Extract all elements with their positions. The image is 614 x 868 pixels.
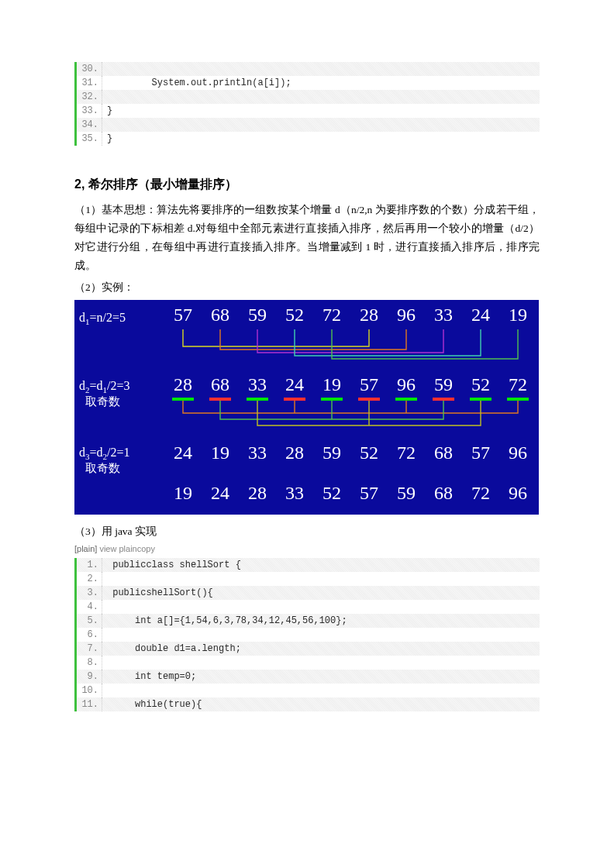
- diagram-number: 57: [350, 374, 388, 395]
- diagram-number: 68: [425, 483, 462, 504]
- line-number: 9.: [77, 670, 102, 684]
- diagram-number: 28: [350, 305, 388, 326]
- line-number: 3.: [77, 586, 102, 600]
- diagram-number: 96: [388, 374, 425, 395]
- diagram-row-4: 19242833525759687296: [164, 483, 536, 504]
- plain-view-label: [plain] view plaincopy: [74, 544, 540, 553]
- diagram-row-3: 24193328595272685796: [164, 443, 536, 463]
- diagram-number: 24: [164, 443, 202, 463]
- tick-red: [209, 398, 231, 401]
- code-source: [102, 62, 107, 76]
- diagram-number: 19: [499, 305, 536, 326]
- code-line: 5. int a[]={1,54,6,3,78,34,12,45,56,100}…: [77, 614, 540, 628]
- diagram-number: 72: [462, 483, 499, 504]
- code-source: publicshellSort(){: [102, 586, 213, 600]
- code-line: 10.: [77, 684, 540, 698]
- code-source: publicclass shellSort {: [102, 558, 241, 572]
- d3-label: d3=d2/2=1: [79, 446, 130, 461]
- diagram-number: 33: [425, 305, 462, 326]
- code-source: [102, 90, 107, 104]
- section-title: 2, 希尔排序（最小增量排序）: [74, 177, 540, 193]
- diagram-number: 24: [462, 305, 499, 326]
- code-source: }: [102, 132, 112, 146]
- diagram-number: 52: [276, 305, 313, 326]
- paragraph-basic-idea: （1）基本思想：算法先将要排序的一组数按某个增量 d（n/2,n 为要排序数的个…: [74, 201, 540, 275]
- diagram-number: 52: [313, 483, 350, 504]
- code-source: }: [102, 104, 112, 118]
- code-line: 30.: [77, 62, 540, 76]
- tick-green: [321, 398, 343, 401]
- line-number: 5.: [77, 614, 102, 628]
- diagram-number: 33: [239, 374, 276, 395]
- line-number: 34.: [77, 118, 102, 132]
- code-line: 9. int temp=0;: [77, 670, 540, 684]
- line-number: 6.: [77, 628, 102, 642]
- diagram-number: 33: [276, 483, 313, 504]
- tick-green: [247, 398, 268, 401]
- diagram-number: 59: [313, 443, 350, 463]
- diagram-number: 24: [276, 374, 313, 395]
- diagram-number: 28: [164, 374, 202, 395]
- code-source: [102, 628, 107, 642]
- code-line: 32.: [77, 90, 540, 104]
- code-line: 2.: [77, 572, 540, 586]
- code-line: 31. System.out.println(a[i]);: [77, 76, 540, 90]
- tick-green: [395, 398, 417, 401]
- line-number: 30.: [77, 62, 102, 76]
- diagram-number: 59: [425, 374, 462, 395]
- code-line: 33.}: [77, 104, 540, 118]
- diagram-number: 68: [202, 374, 239, 395]
- diagram-number: 57: [462, 443, 499, 463]
- diagram-number: 72: [313, 305, 350, 326]
- diagram-number: 28: [239, 483, 276, 504]
- line-number: 4.: [77, 600, 102, 614]
- code-line: 7. double d1=a.length;: [77, 642, 540, 656]
- code-line: 6.: [77, 628, 540, 642]
- code-line: 35.}: [77, 132, 540, 146]
- code-source: [102, 684, 107, 698]
- tick-green: [470, 398, 492, 401]
- d1-label: d1=n/2=5: [79, 311, 126, 326]
- code-line: 3. publicshellSort(){: [77, 586, 540, 600]
- page: 30.31. System.out.println(a[i]);32.33.}3…: [0, 0, 614, 766]
- line-number: 33.: [77, 104, 102, 118]
- tick-red: [358, 398, 380, 401]
- row2-links: [164, 401, 536, 432]
- diagram-number: 72: [499, 374, 536, 395]
- line-number: 11.: [77, 698, 102, 711]
- diagram-number: 57: [164, 305, 202, 326]
- paragraph-java-impl: （3）用 java 实现: [74, 522, 540, 541]
- row2-ticks: [164, 398, 536, 401]
- tick-green: [507, 398, 529, 401]
- row1-links: [164, 329, 536, 360]
- diagram-number: 96: [499, 443, 536, 463]
- diagram-number: 52: [462, 374, 499, 395]
- line-number: 10.: [77, 684, 102, 698]
- code-source: [102, 118, 107, 132]
- code-source: int a[]={1,54,6,3,78,34,12,45,56,100};: [102, 614, 347, 628]
- d2-sublabel: 取奇数: [85, 394, 120, 409]
- line-number: 1.: [77, 558, 102, 572]
- diagram-number: 59: [239, 305, 276, 326]
- tick-red: [433, 398, 454, 401]
- diagram-number: 19: [164, 483, 202, 504]
- code-line: 4.: [77, 600, 540, 614]
- code-source: [102, 656, 107, 670]
- diagram-row-2: 28683324195796595272: [164, 374, 536, 395]
- diagram-number: 59: [388, 483, 425, 504]
- line-number: 7.: [77, 642, 102, 656]
- line-number: 8.: [77, 656, 102, 670]
- line-number: 31.: [77, 76, 102, 90]
- code-block-1: 30.31. System.out.println(a[i]);32.33.}3…: [74, 62, 540, 146]
- diagram-row-1: 57685952722896332419: [164, 305, 536, 326]
- diagram-number: 96: [499, 483, 536, 504]
- diagram-number: 28: [276, 443, 313, 463]
- diagram-number: 96: [388, 305, 425, 326]
- tick-red: [284, 398, 305, 401]
- diagram-number: 24: [202, 483, 239, 504]
- code-source: [102, 572, 107, 586]
- line-number: 32.: [77, 90, 102, 104]
- code-source: System.out.println(a[i]);: [102, 76, 291, 90]
- code-line: 1. publicclass shellSort {: [77, 558, 540, 572]
- line-number: 35.: [77, 132, 102, 146]
